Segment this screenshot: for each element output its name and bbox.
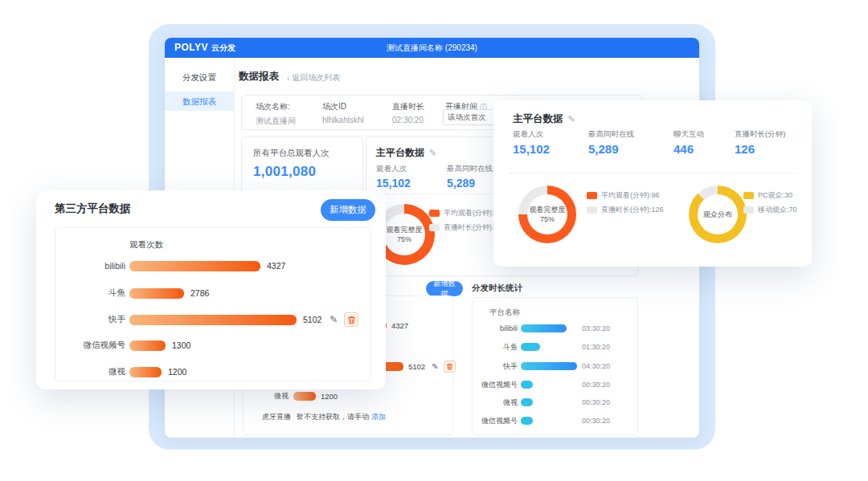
legend-swatch-gray [429,224,440,231]
bar-row: 快手 5102 ✎ [69,314,366,325]
app-logo: POLYV 云分发 [174,42,235,54]
bar [129,261,260,271]
duration-chart-panel: 平台名称 bilibili 03:30:20 斗鱼 01:30:20 快手 04… [472,297,638,435]
divider [510,173,796,173]
sidebar-item-distribution-settings[interactable]: 分发设置 [165,67,234,87]
bar [521,381,533,389]
edit-icon[interactable]: ✎ [429,148,436,158]
logo-suffix: 云分发 [211,43,235,54]
edit-icon[interactable]: ✎ [432,362,438,371]
bar-row: 斗鱼 2786 [69,287,366,299]
titlebar: POLYV 云分发 测试直播间名称 (290234) [165,38,699,58]
add-data-button[interactable]: 新增数据 [426,281,463,296]
stat-peak-online: 最高同时在线 5,289 [447,164,493,190]
logo-text: POLYV [174,42,208,53]
donut-center-label: 观众分布 [703,210,732,219]
bar [521,398,533,406]
bar-row: 微信视频号 00:30:20 [477,416,634,426]
huya-note-text: 暂不支持获取，请手动 [297,412,369,422]
huya-platform-label: 虎牙直播 [253,412,291,422]
stat-views: 观看人次 15,102 [376,164,411,190]
edit-icon[interactable]: ✎ [330,314,338,325]
stat-peak-online: 最高同时在线 5,289 [588,129,634,156]
duration-section-title: 分发时长统计 [472,283,522,294]
bar [293,392,316,401]
edit-icon[interactable]: ✎ [568,114,575,124]
live-duration-value: 02:30:20 [392,116,424,124]
legend-swatch-gray [743,206,754,214]
platform-name-header: 平台名称 [489,308,520,318]
main-platform-title: 主平台数据 [513,112,563,126]
bar-row: 斗鱼 01:30:20 [477,342,634,352]
sidebar-item-data-report[interactable]: 数据报表 [165,92,234,111]
bar-row: 微视 1200 [69,366,366,377]
views-chart-panel: 观看次数 bilibili 4327 斗鱼 2786 快手 5102 ✎ [55,227,371,381]
add-data-button[interactable]: 新增数据 [321,199,375,221]
bar-row: 微视 1200 [250,391,449,401]
start-time-select[interactable]: 该场次首次 [443,109,501,125]
donut-center-value: 75% [540,214,555,224]
back-to-session-list-link[interactable]: ‹ 返回场次列表 [287,72,340,84]
donut-center-label: 观看完整度 [530,205,566,214]
add-manually-link[interactable]: 添加 [371,412,386,422]
window-title: 测试直播间名称 (290234) [165,43,699,54]
bar [129,340,166,351]
bar [521,324,567,332]
stat-chat-interaction: 聊天互动 446 [674,129,704,156]
session-id-field: 场次ID hlhlkahlskhl [322,101,364,124]
audience-donut-chart: 观众分布 [689,185,747,243]
legend-swatch-orange [587,192,597,199]
screenshot-canvas: POLYV 云分发 测试直播间名称 (290234) 分发设置 数据报表 数据报… [0,0,868,481]
total-views-value: 1,001,080 [253,164,316,180]
donut-center-label: 观看完整度 [387,225,423,234]
session-id-value: hlhlkahlskhl [322,116,364,124]
back-link-label: 返回场次列表 [292,72,340,84]
completion-legend: 平均观看(分钟):96 直播时长(分钟):126 [587,190,664,219]
delete-icon[interactable] [444,361,456,373]
stat-live-duration: 直播时长(分钟) 126 [735,129,785,156]
bar [129,288,184,299]
audience-legend: PC观众:30 移动观众:70 [743,190,797,219]
legend-swatch-gray [587,206,597,214]
bar-row: bilibili 4327 [69,260,366,271]
bar-row: bilibili 03:30:20 [477,324,634,333]
legend-swatch-yellow [743,192,754,199]
stat-views: 观看人次 15,102 [513,129,550,156]
bar [129,367,162,377]
session-name-label: 场次名称: [256,101,296,112]
donut-center-value: 75% [397,234,411,244]
session-name-field: 场次名称: 测试直播间 [256,101,296,127]
bar-row: 微信视频号 1300 [69,340,366,351]
bar [129,315,297,325]
completion-donut-chart: 观看完整度 75% [518,185,576,243]
chevron-left-icon: ‹ [287,74,289,83]
session-name-value: 测试直播间 [256,116,296,127]
bar [521,343,540,351]
main-platform-floating-card: 主平台数据 ✎ 观看人次 15,102 最高同时在线 5,289 聊天互动 44… [493,100,812,267]
third-party-data-card: 第三方平台数据 新增数据 观看次数 bilibili 4327 斗鱼 2786 … [36,190,386,389]
views-chart-title: 观看次数 [129,239,163,251]
huya-note: 虎牙直播 暂不支持获取，请手动 添加 [253,412,386,422]
bar-row: 微视 00:30:20 [477,397,634,407]
bar [521,362,577,370]
bar-row: 快手 04:30:20 [477,361,634,371]
main-platform-title: 主平台数据 [376,146,424,160]
live-duration-label: 直播时长 [392,101,424,112]
bar [521,417,533,425]
third-party-title: 第三方平台数据 [55,202,131,216]
delete-icon[interactable] [344,312,358,327]
live-duration-field: 直播时长 02:30:20 [392,101,424,124]
session-id-label: 场次ID [322,101,364,112]
total-views-label: 所有平台总观看人次 [253,148,330,159]
page-title: 数据报表 [239,70,279,84]
bar-row: 微信视频号 00:30:20 [477,380,634,389]
legend-swatch-orange [429,210,440,217]
